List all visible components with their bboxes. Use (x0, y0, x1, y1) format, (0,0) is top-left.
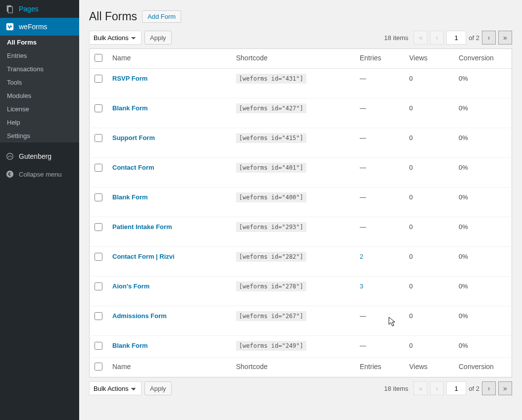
items-count: 18 items (384, 34, 408, 42)
sidebar-item-pages[interactable]: Pages (0, 0, 79, 18)
views-value: 0 (409, 164, 413, 171)
collapse-label: Collapse menu (19, 171, 62, 178)
first-page-button[interactable]: « (414, 31, 427, 45)
entries-value: — (360, 193, 366, 201)
select-all-top[interactable] (95, 54, 102, 62)
next-page-button-bottom[interactable]: › (482, 381, 496, 395)
tf-entries[interactable]: Entries (355, 358, 404, 377)
th-entries[interactable]: Entries (355, 49, 404, 69)
shortcode-value[interactable]: [weforms id="431"] (236, 74, 306, 84)
table-row: Contact Form [weforms id="401"] — 0 0% (90, 158, 512, 187)
form-name-link[interactable]: Blank Form (112, 104, 148, 112)
row-checkbox[interactable] (95, 134, 102, 142)
form-name-link[interactable]: Blank Form (112, 193, 148, 201)
apply-button-top[interactable]: Apply (144, 31, 172, 45)
first-page-button-bottom[interactable]: « (414, 381, 427, 395)
collapse-icon (5, 169, 15, 179)
shortcode-value[interactable]: [weforms id="415"] (236, 133, 306, 143)
form-name-link[interactable]: Support Form (112, 134, 155, 141)
last-page-button[interactable]: » (498, 31, 512, 45)
sidebar-sub-all-forms[interactable]: All Forms (0, 36, 79, 49)
form-name-link[interactable]: Aion's Form (112, 282, 149, 290)
bulk-actions-select-bottom[interactable]: Bulk Actions (89, 381, 142, 395)
next-page-button[interactable]: › (482, 31, 496, 45)
shortcode-value[interactable]: [weforms id="400"] (236, 192, 306, 202)
row-checkbox[interactable] (95, 223, 102, 231)
sidebar-item-weforms[interactable]: weForms (0, 18, 79, 36)
form-name-link[interactable]: RSVP Form (112, 75, 147, 82)
conversion-value: 0% (459, 75, 468, 82)
shortcode-value[interactable]: [weforms id="278"] (236, 281, 306, 291)
top-controls: Bulk Actions Apply 18 items « ‹ of 2 › » (89, 31, 512, 45)
row-checkbox[interactable] (95, 312, 102, 320)
th-conversion[interactable]: Conversion (454, 49, 512, 69)
row-checkbox[interactable] (95, 104, 102, 112)
collapse-menu-button[interactable]: Collapse menu (0, 165, 79, 183)
conversion-value: 0% (459, 223, 468, 231)
entries-value: — (360, 342, 366, 349)
weforms-icon (5, 22, 15, 32)
conversion-value: 0% (459, 134, 468, 141)
page-input[interactable] (446, 31, 466, 45)
form-name-link[interactable]: Admissions Form (112, 312, 167, 320)
row-checkbox[interactable] (95, 193, 102, 201)
sidebar-sub-transactions[interactable]: Transactions (0, 62, 79, 76)
th-views[interactable]: Views (404, 49, 454, 69)
sidebar-sub-license[interactable]: License (0, 102, 79, 116)
sidebar-item-gutenberg[interactable]: Gutenberg (0, 147, 79, 165)
sidebar-submenu: All Forms Entries Transactions Tools Mod… (0, 36, 79, 142)
table-row: Support Form [weforms id="415"] — 0 0% (90, 128, 512, 158)
sidebar-sub-help[interactable]: Help (0, 116, 79, 129)
conversion-value: 0% (459, 282, 468, 290)
row-checkbox[interactable] (95, 253, 102, 261)
prev-page-button[interactable]: ‹ (430, 31, 444, 45)
title-row: All Forms Add Form (89, 10, 512, 23)
form-name-link[interactable]: Patient Intake Form (112, 223, 172, 231)
forms-table: Name Shortcode Entries Views Conversion … (89, 48, 512, 377)
row-checkbox[interactable] (95, 282, 102, 290)
th-shortcode[interactable]: Shortcode (231, 49, 355, 69)
main-content: All Forms Add Form Bulk Actions Apply 18… (79, 0, 522, 420)
shortcode-value[interactable]: [weforms id="267"] (236, 311, 306, 321)
sidebar-sub-tools[interactable]: Tools (0, 76, 79, 89)
table-row: Blank Form [weforms id="400"] — 0 0% (90, 187, 512, 217)
views-value: 0 (409, 75, 413, 82)
apply-button-bottom[interactable]: Apply (144, 381, 172, 395)
shortcode-value[interactable]: [weforms id="401"] (236, 163, 306, 173)
sidebar-sub-settings[interactable]: Settings (0, 129, 79, 142)
entries-value: — (360, 134, 366, 141)
prev-page-button-bottom[interactable]: ‹ (430, 381, 444, 395)
page-input-bottom[interactable] (446, 381, 466, 395)
svg-rect-1 (8, 7, 12, 13)
add-form-button[interactable]: Add Form (142, 10, 181, 23)
form-name-link[interactable]: Blank Form (112, 342, 148, 349)
pages-icon (5, 4, 15, 14)
row-checkbox[interactable] (95, 75, 102, 83)
shortcode-value[interactable]: [weforms id="282"] (236, 252, 306, 262)
entries-link[interactable]: 3 (360, 282, 363, 290)
bulk-actions-select-top[interactable]: Bulk Actions (89, 31, 142, 45)
tf-shortcode[interactable]: Shortcode (231, 358, 355, 377)
shortcode-value[interactable]: [weforms id="293"] (236, 222, 306, 232)
shortcode-value[interactable]: [weforms id="249"] (236, 341, 306, 351)
conversion-value: 0% (459, 104, 468, 112)
views-value: 0 (409, 134, 413, 141)
last-page-button-bottom[interactable]: » (498, 381, 512, 395)
tf-conversion[interactable]: Conversion (454, 358, 512, 377)
select-all-bottom[interactable] (95, 363, 102, 371)
table-row: Admissions Form [weforms id="267"] — 0 0… (90, 306, 512, 336)
sidebar-sub-modules[interactable]: Modules (0, 89, 79, 102)
entries-link[interactable]: 2 (360, 253, 363, 260)
tf-views[interactable]: Views (404, 358, 454, 377)
form-name-link[interactable]: Contact Form | Rizvi (112, 253, 175, 260)
entries-value: — (360, 75, 366, 82)
tf-name[interactable]: Name (107, 358, 231, 377)
th-name[interactable]: Name (107, 49, 231, 69)
of-pages-label: of 2 (469, 34, 479, 42)
table-row: Blank Form [weforms id="249"] — 0 0% (90, 336, 512, 358)
row-checkbox[interactable] (95, 164, 102, 172)
row-checkbox[interactable] (95, 342, 102, 350)
shortcode-value[interactable]: [weforms id="427"] (236, 103, 306, 113)
form-name-link[interactable]: Contact Form (112, 164, 154, 171)
sidebar-sub-entries[interactable]: Entries (0, 49, 79, 62)
